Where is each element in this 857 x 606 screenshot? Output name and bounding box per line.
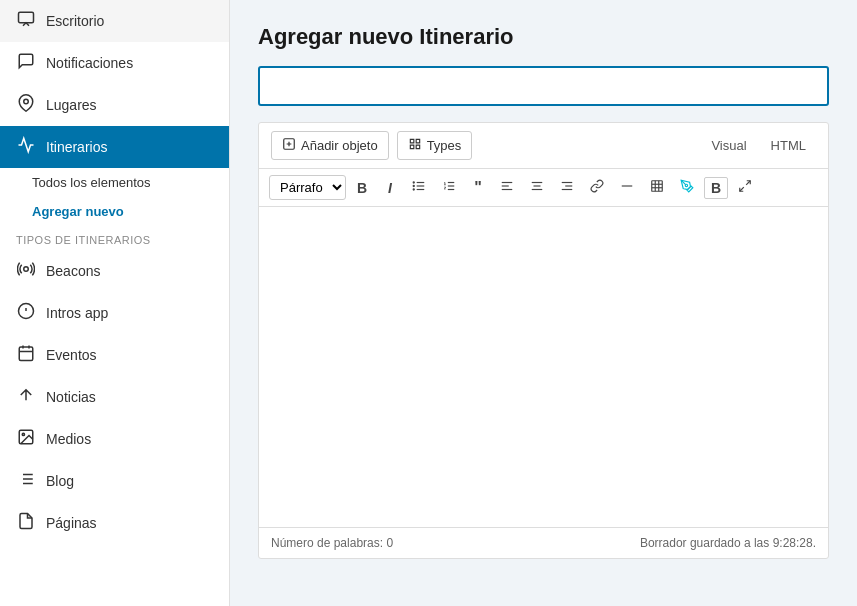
editor-footer: Número de palabras: 0 Borrador guardado … — [259, 527, 828, 558]
editor-toolbar: Párrafo B I " — [259, 169, 828, 207]
svg-point-11 — [22, 433, 24, 435]
tipos-section-label: Tipos de Itinerarios — [0, 226, 229, 250]
svg-line-44 — [746, 181, 750, 185]
sidebar-item-eventos[interactable]: Eventos — [0, 334, 229, 376]
bold-b-button[interactable]: B — [704, 177, 728, 199]
svg-point-22 — [413, 182, 414, 183]
sidebar-item-blog[interactable]: Blog — [0, 460, 229, 502]
add-object-button[interactable]: Añadir objeto — [271, 131, 389, 160]
svg-rect-6 — [19, 347, 33, 361]
sidebar-item-beacons[interactable]: Beacons — [0, 250, 229, 292]
svg-rect-38 — [652, 181, 663, 192]
intros-label: Intros app — [46, 305, 108, 321]
sidebar-item-paginas[interactable]: Páginas — [0, 502, 229, 544]
word-count: Número de palabras: 0 — [271, 536, 393, 550]
sidebar-sub-todos-elementos[interactable]: Todos los elementos — [0, 168, 229, 197]
types-label: Types — [427, 138, 462, 153]
sidebar-item-label-itinerarios: Itinerarios — [46, 139, 107, 155]
todos-elementos-label: Todos los elementos — [32, 175, 151, 190]
view-visual-button[interactable]: Visual — [701, 134, 756, 157]
sidebar-item-escritorio[interactable]: Escritorio — [0, 0, 229, 42]
view-html-button[interactable]: HTML — [761, 134, 816, 157]
medios-icon — [16, 428, 36, 450]
noticias-icon — [16, 386, 36, 408]
editor-body[interactable] — [259, 207, 828, 527]
autosave-status: Borrador guardado a las 9:28:28. — [640, 536, 816, 550]
paragraph-select[interactable]: Párrafo — [269, 175, 346, 200]
blog-label: Blog — [46, 473, 74, 489]
bold-button[interactable]: B — [350, 177, 374, 199]
medios-label: Medios — [46, 431, 91, 447]
beacons-label: Beacons — [46, 263, 100, 279]
agregar-nuevo-label: Agregar nuevo — [32, 204, 124, 219]
sidebar-item-medios[interactable]: Medios — [0, 418, 229, 460]
paginas-label: Páginas — [46, 515, 97, 531]
blockquote-button[interactable]: " — [466, 176, 490, 200]
sidebar-sub-agregar-nuevo[interactable]: Agregar nuevo — [0, 197, 229, 226]
desktop-icon — [16, 10, 36, 32]
ordered-list-button[interactable] — [436, 176, 462, 199]
table-button[interactable] — [644, 176, 670, 199]
sidebar-item-label-notificaciones: Notificaciones — [46, 55, 133, 71]
blog-icon — [16, 470, 36, 492]
sidebar-item-intros-app[interactable]: Intros app — [0, 292, 229, 334]
itinerarios-icon — [16, 136, 36, 158]
noticias-label: Noticias — [46, 389, 96, 405]
view-toggle: Visual HTML — [701, 134, 816, 157]
align-center-button[interactable] — [524, 176, 550, 199]
notification-icon — [16, 52, 36, 74]
paginas-icon — [16, 512, 36, 534]
title-input[interactable] — [258, 66, 829, 106]
align-right-button[interactable] — [554, 176, 580, 199]
places-icon — [16, 94, 36, 116]
sidebar-item-itinerarios[interactable]: Itinerarios — [0, 126, 229, 168]
add-object-icon — [282, 137, 296, 154]
add-object-label: Añadir objeto — [301, 138, 378, 153]
fullscreen-button[interactable] — [732, 176, 758, 199]
svg-line-45 — [740, 187, 744, 191]
sidebar-item-notificaciones[interactable]: Notificaciones — [0, 42, 229, 84]
svg-point-43 — [685, 184, 687, 186]
types-icon — [408, 137, 422, 154]
editor-top-left: Añadir objeto Types — [271, 131, 472, 160]
svg-point-24 — [413, 189, 414, 190]
main-content: Agregar nuevo Itinerario Añadir objeto T… — [230, 0, 857, 606]
unordered-list-button[interactable] — [406, 176, 432, 199]
editor-top-bar: Añadir objeto Types Visual HTML — [259, 123, 828, 169]
sidebar-item-label-escritorio: Escritorio — [46, 13, 104, 29]
eventos-label: Eventos — [46, 347, 97, 363]
page-title: Agregar nuevo Itinerario — [258, 24, 829, 50]
color-picker-button[interactable] — [674, 176, 700, 199]
sidebar-item-lugares[interactable]: Lugares — [0, 84, 229, 126]
sidebar: Escritorio Notificaciones Lugares Itiner… — [0, 0, 230, 606]
types-button[interactable]: Types — [397, 131, 473, 160]
align-left-button[interactable] — [494, 176, 520, 199]
hr-button[interactable] — [614, 176, 640, 199]
svg-rect-0 — [19, 12, 34, 23]
beacons-icon — [16, 260, 36, 282]
editor-container: Añadir objeto Types Visual HTML Párrafo … — [258, 122, 829, 559]
link-button[interactable] — [584, 176, 610, 199]
svg-point-2 — [24, 267, 29, 272]
italic-button[interactable]: I — [378, 177, 402, 199]
sidebar-item-noticias[interactable]: Noticias — [0, 376, 229, 418]
svg-point-1 — [24, 99, 29, 104]
eventos-icon — [16, 344, 36, 366]
intros-icon — [16, 302, 36, 324]
svg-point-23 — [413, 185, 414, 186]
sidebar-item-label-lugares: Lugares — [46, 97, 97, 113]
